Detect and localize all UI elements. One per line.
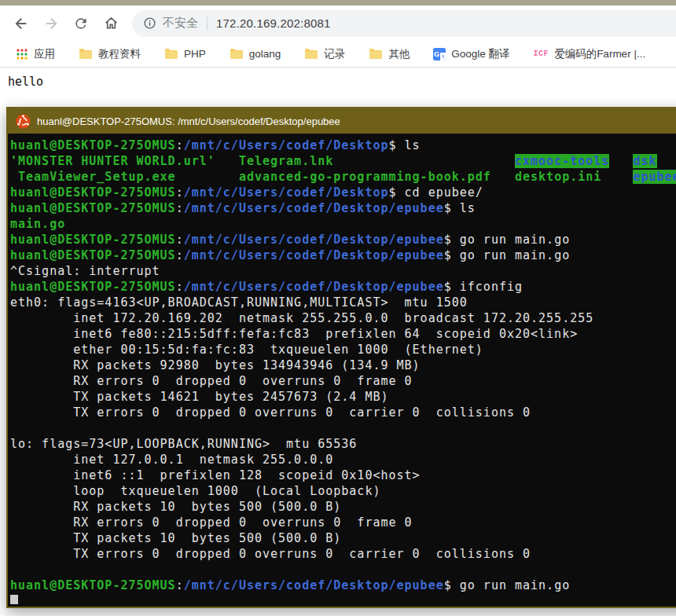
terminal-line: RX packets 92980 bytes 134943946 (134.9 … [10, 358, 676, 373]
reload-button[interactable] [68, 10, 94, 37]
google-translate-icon: Gx [433, 48, 446, 60]
page-content: hello huanl@DESKTOP-275OMUS: /mnt/c/User… [0, 68, 676, 616]
bookmark-item[interactable]: golang [223, 45, 288, 63]
terminal-line: inet 172.20.169.202 netmask 255.255.0.0 … [10, 310, 676, 326]
bookmark-label: 爱编码的Farmer |... [554, 47, 645, 61]
terminal-line: TeamViewer_Setup.exe advanced-go-program… [10, 169, 676, 185]
folder-icon [164, 48, 178, 60]
home-icon [103, 15, 119, 31]
bookmark-label: Google 翻译 [451, 47, 509, 61]
terminal-line: eth0: flags=4163<UP,BROADCAST,RUNNING,MU… [10, 295, 676, 310]
back-button[interactable] [8, 10, 35, 37]
bookmark-label: 应用 [34, 47, 55, 61]
window-top-edge [0, 0, 676, 6]
bookmarks-bar: 应用教程资料PHPgolang记录其他GxGoogle 翻译ICF爱编码的Far… [0, 41, 676, 68]
bookmark-item[interactable]: ICF爱编码的Farmer |... [527, 44, 652, 64]
info-icon[interactable] [143, 16, 156, 30]
terminal-line: huanl@DESKTOP-275OMUS:/mnt/c/Users/codef… [10, 578, 676, 593]
terminal-line: inet6 ::1 prefixlen 128 scopeid 0x10<hos… [10, 468, 676, 483]
terminal-line: huanl@DESKTOP-275OMUS:/mnt/c/Users/codef… [10, 232, 676, 248]
terminal-title-text: huanl@DESKTOP-275OMUS: /mnt/c/Users/code… [37, 116, 340, 127]
bookmark-item[interactable]: 教程资料 [72, 44, 147, 64]
terminal-line: huanl@DESKTOP-275OMUS:/mnt/c/Users/codef… [10, 138, 676, 153]
ubuntu-icon [16, 114, 31, 129]
folder-icon [230, 48, 244, 60]
bookmark-item[interactable]: 记录 [298, 44, 351, 64]
terminal-cursor [10, 595, 18, 604]
folder-icon [79, 48, 93, 60]
security-label: 不安全 [163, 16, 198, 31]
terminal-line: TX packets 10 bytes 500 (500.0 B) [10, 530, 676, 546]
bookmark-label: golang [249, 48, 281, 60]
terminal-line: TX packets 14621 bytes 2457673 (2.4 MB) [10, 389, 676, 405]
back-arrow-icon [13, 15, 30, 32]
bookmark-label: 其他 [388, 47, 410, 61]
browser-toolbar: 不安全 172.20.169.202:8081 [0, 6, 676, 41]
terminal-body[interactable]: huanl@DESKTOP-275OMUS:/mnt/c/Users/codef… [8, 134, 676, 604]
terminal-line: huanl@DESKTOP-275OMUS:/mnt/c/Users/codef… [10, 248, 676, 263]
folder-icon [369, 48, 383, 60]
forward-button[interactable] [38, 10, 64, 37]
terminal-line: RX errors 0 dropped 0 overruns 0 frame 0 [10, 373, 676, 389]
terminal-window: huanl@DESKTOP-275OMUS: /mnt/c/Users/code… [6, 107, 676, 608]
terminal-line: huanl@DESKTOP-275OMUS:/mnt/c/Users/codef… [10, 185, 676, 200]
terminal-line: ether 00:15:5d:fa:fc:83 txqueuelen 1000 … [10, 342, 676, 358]
bookmark-label: PHP [184, 48, 206, 60]
terminal-line: ^Csignal: interrupt [10, 263, 676, 279]
terminal-line: RX packets 10 bytes 500 (500.0 B) [10, 499, 676, 515]
bookmark-item[interactable]: 应用 [9, 44, 61, 64]
svg-text:G: G [434, 50, 439, 57]
reload-icon [73, 16, 89, 31]
terminal-line: TX errors 0 dropped 0 overruns 0 carrier… [10, 405, 676, 420]
terminal-line [10, 420, 676, 436]
bookmark-item[interactable]: 其他 [362, 44, 416, 64]
terminal-line: inet6 fe80::215:5dff:fefa:fc83 prefixlen… [10, 326, 676, 342]
terminal-line: huanl@DESKTOP-275OMUS:/mnt/c/Users/codef… [10, 279, 676, 295]
terminal-line: RX errors 0 dropped 0 overruns 0 frame 0 [10, 515, 676, 530]
page-body-text: hello [0, 68, 676, 88]
bookmark-label: 记录 [324, 47, 345, 61]
terminal-line [10, 562, 676, 578]
bookmark-label: 教程资料 [98, 47, 141, 61]
terminal-line [10, 593, 676, 604]
address-divider [207, 16, 208, 31]
icf-icon: ICF [534, 50, 549, 58]
folder-icon [304, 48, 318, 60]
bookmark-item[interactable]: GxGoogle 翻译 [427, 44, 516, 64]
forward-arrow-icon [42, 15, 60, 32]
apps-grid-icon [16, 48, 28, 60]
terminal-titlebar[interactable]: huanl@DESKTOP-275OMUS: /mnt/c/Users/code… [8, 108, 676, 134]
home-button[interactable] [97, 10, 124, 37]
terminal-line: inet 127.0.0.1 netmask 255.0.0.0 [10, 452, 676, 468]
bookmark-item[interactable]: PHP [158, 45, 212, 63]
terminal-line: loop txqueuelen 1000 (Local Loopback) [10, 483, 676, 499]
address-bar[interactable]: 不安全 172.20.169.202:8081 [132, 10, 676, 37]
terminal-line: main.go [10, 216, 676, 232]
svg-text:x: x [442, 53, 445, 59]
terminal-line: lo: flags=73<UP,LOOPBACK,RUNNING> mtu 65… [10, 436, 676, 452]
terminal-line: TX errors 0 dropped 0 overruns 0 carrier… [10, 546, 676, 562]
url-text: 172.20.169.202:8081 [216, 16, 331, 30]
terminal-line: 'MONSTER HUNTER WORLD.url' Telegram.lnk … [10, 153, 676, 169]
terminal-line: huanl@DESKTOP-275OMUS:/mnt/c/Users/codef… [10, 200, 676, 216]
